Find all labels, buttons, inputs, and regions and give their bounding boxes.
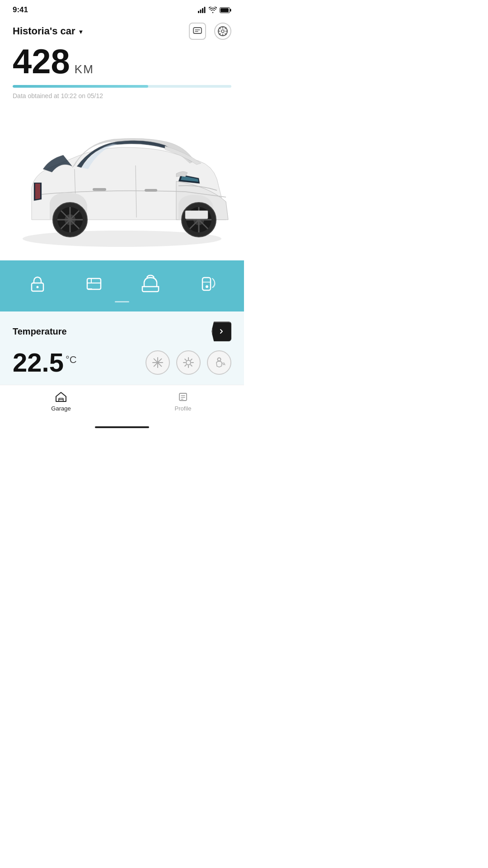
remote-icon <box>197 274 217 294</box>
gear-icon <box>218 26 228 36</box>
svg-point-37 <box>36 286 38 288</box>
bottom-nav: Garage Profile <box>0 385 244 423</box>
temp-title: Temperature <box>13 326 67 337</box>
svg-point-47 <box>186 360 191 365</box>
car-title-wrap[interactable]: Historia's car ▼ <box>13 25 84 37</box>
home-indicator <box>0 423 244 432</box>
car-image <box>0 107 244 260</box>
dropdown-arrow-icon: ▼ <box>78 28 84 35</box>
trunk-button[interactable] <box>141 274 160 294</box>
svg-line-53 <box>191 365 192 366</box>
window-button[interactable] <box>84 274 104 294</box>
wifi-icon <box>209 7 217 13</box>
svg-rect-6 <box>221 8 229 12</box>
message-icon <box>193 27 202 35</box>
svg-line-55 <box>185 365 186 366</box>
nav-item-profile[interactable]: Profile <box>122 391 244 412</box>
svg-line-54 <box>191 359 192 360</box>
temp-mode-buttons <box>145 350 231 375</box>
trunk-icon <box>141 274 160 294</box>
svg-line-52 <box>185 359 186 360</box>
heat-mode-button[interactable] <box>176 350 201 375</box>
range-number: 428 <box>13 44 70 79</box>
temp-header: Temperature <box>13 321 231 341</box>
snowflake-icon <box>151 356 164 369</box>
remote-button[interactable] <box>197 274 217 294</box>
settings-button[interactable] <box>214 23 231 40</box>
control-icons-row <box>9 274 235 294</box>
svg-point-9 <box>221 30 224 33</box>
control-panel <box>0 260 244 311</box>
range-display: 428 KM <box>13 44 231 79</box>
car-svg <box>5 107 239 260</box>
garage-nav-icon <box>55 391 67 403</box>
panel-indicator <box>115 301 129 302</box>
svg-rect-38 <box>87 278 101 289</box>
svg-rect-35 <box>185 211 208 219</box>
header: Historia's car ▼ <box>0 18 244 44</box>
svg-point-41 <box>206 285 208 288</box>
wind-mode-button[interactable] <box>207 350 231 375</box>
signal-icon <box>198 7 206 13</box>
svg-rect-20 <box>145 189 157 192</box>
svg-rect-2 <box>202 8 203 13</box>
status-icons <box>198 7 231 13</box>
range-bar <box>13 85 231 88</box>
profile-nav-label: Profile <box>175 405 192 412</box>
battery-icon <box>220 7 231 13</box>
temp-detail-button[interactable] <box>211 321 231 341</box>
chevron-right-icon <box>218 328 225 335</box>
svg-rect-19 <box>93 188 106 191</box>
window-icon <box>84 274 104 294</box>
person-wind-icon <box>213 356 225 369</box>
temp-unit: °C <box>66 354 77 366</box>
range-timestamp: Data obtained at 10:22 on 05/12 <box>13 92 231 99</box>
svg-rect-5 <box>230 9 231 11</box>
home-bar <box>95 426 149 428</box>
svg-point-46 <box>157 362 159 364</box>
temp-value-row: 22.5 °C <box>13 349 231 376</box>
svg-rect-1 <box>200 9 202 13</box>
car-name: Historia's car <box>13 25 75 37</box>
svg-rect-7 <box>193 28 202 33</box>
sun-icon <box>182 356 195 369</box>
header-actions <box>189 23 231 40</box>
lock-icon <box>28 274 47 294</box>
temperature-section: Temperature 22.5 °C <box>0 311 244 385</box>
status-bar: 9:41 <box>0 0 244 18</box>
svg-rect-3 <box>204 7 206 13</box>
status-time: 9:41 <box>13 5 28 14</box>
nav-item-garage[interactable]: Garage <box>0 391 122 412</box>
svg-rect-0 <box>198 11 199 13</box>
range-bar-fill <box>13 85 148 88</box>
garage-nav-label: Garage <box>51 405 70 412</box>
range-unit: KM <box>75 63 94 75</box>
range-section: 428 KM Data obtained at 10:22 on 05/12 <box>0 44 244 107</box>
svg-rect-39 <box>202 278 211 290</box>
profile-nav-icon <box>177 391 189 403</box>
svg-point-56 <box>218 358 221 361</box>
message-button[interactable] <box>189 23 206 40</box>
temp-number: 22.5 <box>13 349 64 376</box>
cool-mode-button[interactable] <box>145 350 170 375</box>
lock-button[interactable] <box>28 274 47 294</box>
